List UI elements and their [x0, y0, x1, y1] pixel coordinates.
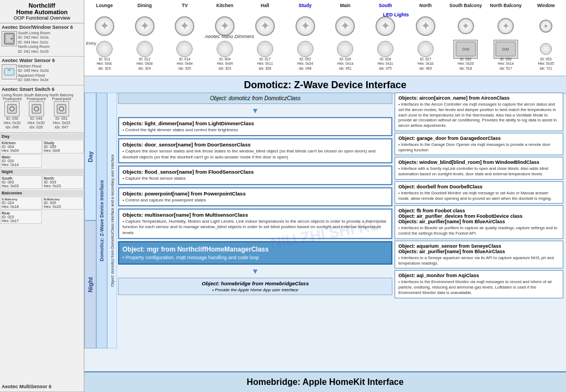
light-n-balcony-circle: ✦ — [497, 18, 514, 34]
balcony-rooms-grid: S.Balcony ID: 024Hex: 0x18 N.Balcony ID:… — [0, 197, 84, 224]
switch-living-label: Living RoomPowerpoint — [2, 93, 23, 101]
water-sensor-icon — [2, 64, 17, 79]
dimmer-dining — [125, 41, 165, 57]
multisensor-obj-title: Objects: multisensor[name] from Multisen… — [122, 212, 388, 218]
domoticz-vert-label: Domoticz: Z-Wave Device Interface — [96, 93, 107, 348]
garage-door-box: Object: garage_door from GaragedoorClass… — [395, 133, 563, 156]
water-aquarium-label: Aquarium Flood — [18, 74, 82, 78]
svg-text:DIM: DIM — [502, 47, 509, 51]
id-hall: ID: 017Hex: 0x11idx: 328 — [245, 57, 285, 71]
aircon-box: Objects: aircon[aircon_name] from Aircon… — [395, 93, 563, 131]
dimmer-n-balcony: DIM — [486, 40, 526, 59]
day-section-label: Day — [0, 133, 84, 139]
room-kitchen: Kitchen — [205, 3, 245, 8]
night-north: North ID: 033Hex: 0x23 — [42, 175, 84, 189]
svg-point-2 — [11, 38, 13, 40]
light-window: ✦ — [526, 20, 566, 33]
dimmer-main-circle — [337, 41, 353, 57]
light-dimmer-desc: • Control the light dimmer states and co… — [122, 127, 388, 133]
aquarium-desc: • Interfaces to a Seneye aquarium sensor… — [398, 255, 559, 266]
light-study-circle: ✦ — [296, 16, 315, 36]
svg-rect-8 — [57, 105, 66, 113]
left-objects-column: Object: domoticz from DomoticzClass ▼ Ob… — [118, 93, 392, 348]
room-study: Study — [285, 3, 325, 8]
inner-area: Object: domoticz from DomoticzClass ▼ Ob… — [118, 93, 563, 348]
water-sensor-section: Aeotec Water Sensor 6 Kitchen Flood ID: … — [0, 57, 84, 85]
door-sensor-id-041: ID: 041 Hex: 0x29 — [18, 50, 82, 54]
flood-sensor-desc: • Capture the flood sensor states — [122, 176, 388, 181]
water-id-045: ID: 045 Hex: 0x2d — [18, 69, 82, 73]
room-tv: TV — [165, 3, 205, 8]
id-main: ID: 026Hex: 0x1aidx: 451 — [325, 57, 366, 71]
arrow-down-1: ▼ — [118, 106, 392, 115]
powerpoint-title: Objects: powerpoint[name] from Powerpoin… — [122, 191, 388, 197]
aqi-box: Object: aqi_monitor from AqiClass • Inte… — [395, 270, 563, 298]
aqi-title: Object: aqi_monitor from AqiClass — [398, 273, 559, 278]
water-kitchen-label: Kitchen Flood — [18, 64, 82, 69]
id-south: ID: 028Hex: 0x1cidx: 475 — [365, 57, 405, 71]
bottom-bar: Homebridge: Apple HomeKit Interface — [84, 371, 566, 392]
window-blind-title: Objects: window_blind[blind_room] from W… — [398, 160, 559, 165]
flood-sensor-title: Objects: flood_sensor[name] from FloodSe… — [122, 169, 388, 175]
domoticz-from-box: Object: domoticz from DomoticzClass — [118, 93, 392, 104]
main-content: Domoticz: Z-Wave Device Interface Day Ni… — [84, 76, 566, 392]
left-panel: Northcliff Home Automation OOP Functiona… — [0, 0, 84, 392]
id-row: ID: 012Hex: 0x0cidx: 323 ID: 013Hex: 0x0… — [84, 57, 566, 76]
sensor-row-door: South Living Room ID: 042 Hex: 0x2a ID: … — [2, 31, 82, 54]
switch-south-icon — [29, 101, 44, 117]
room-south: South — [365, 3, 405, 8]
powerpoint-desc: • Control and capture the powerpoint sta… — [122, 198, 388, 203]
switch-south-label: South BalconyPowerpoint — [24, 93, 48, 101]
room-lounge: Lounge — [84, 3, 125, 8]
id-lounge: ID: 012Hex: 0x0cidx: 323 — [84, 57, 125, 71]
dimmer-study-circle — [297, 41, 313, 57]
dimmer-main — [325, 41, 366, 57]
door-sensor-box: Objects: door_sensor[name] from DoorSens… — [118, 138, 392, 163]
night-label: Night — [84, 220, 96, 348]
garage-door-desc: • Interfaces to the Garage Door Opener v… — [398, 142, 559, 153]
door-sensor-obj-title: Objects: door_sensor[name] from DoorSens… — [122, 142, 388, 148]
zwave-title: Domoticz: Z-Wave Device Interface — [84, 76, 566, 94]
room-north-balcony: North Balcony — [486, 3, 526, 8]
light-lounge: ✦ — [84, 16, 125, 36]
day-label: Day — [84, 93, 96, 220]
day-study: Study ID: 035Hex: 0x0f — [42, 140, 84, 154]
light-south-circle: ✦ — [376, 16, 395, 36]
powerpoint-box: Objects: powerpoint[name] from Powerpoin… — [118, 187, 392, 206]
mgr-desc: • Property configuration, mqtt message h… — [122, 255, 388, 260]
aquarium-box: Object: aquarium_sensor from SeneyeClass… — [395, 241, 563, 269]
dimmer-south — [365, 41, 405, 57]
day-night-container: Day Night — [84, 93, 96, 348]
dimmer-north-circle — [417, 41, 434, 57]
room-north: North — [405, 3, 446, 8]
dimmer-s-balcony: DIM — [446, 40, 486, 59]
dimmer-study — [285, 41, 325, 57]
doorbell-box: Object: doorbell from DoorbellClass • In… — [395, 181, 563, 204]
domoticz-from-text: Object: domoticz from DomoticzClass — [210, 95, 301, 101]
dimmer-dining-circle — [137, 41, 153, 57]
light-hall: ✦ — [245, 16, 285, 36]
aircon-title: Objects: aircon[aircon_name] from Aircon… — [398, 95, 559, 101]
light-window-circle: ✦ — [539, 20, 552, 33]
light-hall-circle: ✦ — [255, 16, 275, 36]
light-n-balcony: ✦ — [486, 18, 526, 34]
door-sensor-section: Aeotec Door/Window Sensor 6 South Living… — [0, 23, 84, 57]
light-s-balcony: ✦ — [446, 18, 486, 34]
window-blind-desc: • Interface with a Somfy myLink controll… — [398, 166, 559, 177]
light-tv-circle: ✦ — [175, 16, 194, 36]
entry-label: Entry — [86, 41, 96, 46]
svg-text:DIM: DIM — [462, 47, 469, 51]
mgr-box: Object: mgr from NorthcliffHomeManagerCl… — [118, 241, 392, 265]
night-section-label: Night — [0, 169, 84, 175]
light-kitchen-circle: ✦ — [215, 16, 235, 36]
mgr-title: Object: mgr from NorthcliffHomeManagerCl… — [122, 246, 388, 253]
light-north: ✦ — [405, 16, 446, 36]
app-title-line1: Northcliff — [1, 2, 83, 9]
room-labels-row: Lounge Dining TV Kitchen Hall Study Main… — [84, 0, 566, 11]
dimmer-kitchen — [205, 41, 245, 57]
door-sensor-id-044: ID: 044 Hex: 0x2c — [18, 40, 82, 45]
dimmer-hall-circle — [257, 41, 273, 57]
multisensor-section: Aeotec MultiSensor 6 — [0, 383, 84, 392]
day-main: Main ID: 020Hex: 0x14 — [0, 154, 42, 168]
foobot-title: Object: fb from Foobot classObject: air_… — [398, 208, 559, 224]
